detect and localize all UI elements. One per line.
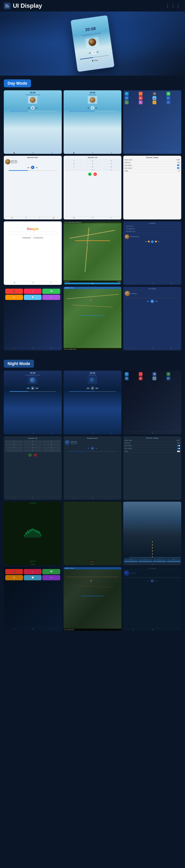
day-prev-2[interactable]: ⏮	[87, 107, 89, 109]
night-dial-star[interactable]: *	[5, 449, 23, 452]
app-extra[interactable]: +	[166, 100, 170, 104]
road-btn-5[interactable]: +	[124, 560, 138, 562]
night-np-prev[interactable]: ⏮	[147, 580, 149, 582]
night-dial-8[interactable]: 8	[24, 446, 42, 449]
night-cp-more[interactable]: +	[42, 575, 60, 580]
night-call-btn[interactable]: 📞	[28, 454, 32, 457]
road-btn-2[interactable]: ▲	[138, 558, 152, 560]
auto-connect-toggle[interactable]	[177, 167, 180, 169]
road-btn-4[interactable]: ▶	[167, 558, 181, 560]
social-ff[interactable]: ⏩	[155, 241, 157, 243]
night-play-2[interactable]: ⏸	[90, 386, 95, 390]
dial-star[interactable]: *	[65, 168, 83, 171]
day-play-1[interactable]: ▶	[31, 106, 34, 110]
hero-prev-icon[interactable]: ⏮	[89, 52, 91, 54]
night-dial-5[interactable]: 5	[24, 443, 42, 446]
night-cp-phone[interactable]: 📞	[5, 569, 23, 574]
dial-hash[interactable]: #	[102, 168, 120, 171]
power-toggle[interactable]	[177, 170, 180, 172]
app-radio[interactable]: 📻	[153, 100, 156, 104]
dial-8[interactable]: 8	[83, 165, 102, 168]
dial-7[interactable]: 7	[65, 165, 83, 168]
night-power-toggle[interactable]	[177, 451, 180, 452]
night-cp-messages[interactable]: 💬	[24, 575, 42, 580]
dial-3[interactable]: 3	[102, 159, 120, 162]
music-item-2[interactable]: ▷ 华东_双截棍.mp3	[125, 228, 180, 230]
dial-6[interactable]: 6	[102, 162, 120, 165]
app-youtube[interactable]: ▶	[139, 96, 142, 100]
music-item-1[interactable]: ▷ 华东_环球.mp3	[125, 225, 180, 228]
hero-play-button[interactable]: ⏸	[91, 50, 96, 55]
google-search-bar[interactable]	[8, 232, 58, 235]
day-next-1[interactable]: ⏭	[36, 107, 37, 109]
road-btn-6[interactable]: -	[138, 560, 152, 562]
map-go-btn[interactable]: GO	[64, 283, 121, 284]
night-prev-2[interactable]: ⏮	[86, 386, 89, 390]
road-btn-7[interactable]: ⚙	[153, 560, 166, 562]
social-rew[interactable]: ⏪	[148, 241, 150, 243]
bt-next-icon[interactable]: ⏭	[36, 166, 38, 168]
cp-phone[interactable]: 📞	[5, 289, 23, 294]
np-next[interactable]: ⏭	[156, 300, 158, 302]
night-auto-answer-toggle[interactable]	[177, 445, 180, 446]
cp-messages[interactable]: 💬	[24, 295, 42, 300]
nav-dots-icon[interactable]: ⋮⋮⋮	[165, 3, 181, 8]
night-app-5[interactable]: W	[125, 376, 129, 380]
cp-music2[interactable]: ♪	[24, 289, 42, 294]
social-prev[interactable]: ⏮	[145, 241, 147, 243]
night-app-1[interactable]: ✈	[125, 372, 129, 376]
night-play-1[interactable]: ▶	[31, 386, 34, 390]
google-lucky-btn[interactable]: I'm Feeling Lucky	[33, 237, 44, 239]
night-dial-7[interactable]: 7	[5, 446, 23, 449]
app-settings[interactable]: ⚙	[166, 92, 170, 96]
day-play-2[interactable]: ⏸	[90, 106, 95, 110]
app-telegram[interactable]: ✈	[125, 92, 129, 96]
np-play-btn[interactable]: ▶	[151, 300, 154, 303]
night-np-play-btn[interactable]: ▶	[151, 579, 154, 583]
night-dial-hash[interactable]: #	[42, 449, 60, 452]
night-bt-prev[interactable]: ⏮	[87, 447, 89, 449]
night-dial-3[interactable]: 3	[42, 440, 60, 443]
night-bt-play-btn[interactable]: ▶	[91, 446, 94, 450]
road-btn-3[interactable]: ▼	[153, 558, 166, 560]
night-app-bt[interactable]: BT	[166, 376, 170, 380]
day-prev-1[interactable]: ⏮	[28, 107, 30, 109]
night-next-2[interactable]: ⏭	[96, 386, 99, 390]
night-app-6[interactable]: ▶	[139, 376, 142, 380]
social-next[interactable]: ⏭	[158, 241, 160, 243]
night-dial-2[interactable]: 2	[24, 440, 42, 443]
night-cp-podcast[interactable]: 🎙	[5, 575, 23, 580]
night-auto-connect-toggle[interactable]	[177, 448, 180, 449]
app-waze[interactable]: W	[125, 96, 129, 100]
road-btn-8[interactable]: ↩	[167, 560, 181, 562]
night-app-4[interactable]: ⚙	[166, 372, 170, 376]
bt-play-btn[interactable]: ▶	[31, 166, 34, 169]
night-np-next[interactable]: ⏭	[156, 580, 158, 582]
cp-podcast2[interactable]: 🎙	[5, 295, 23, 300]
night-cp-music[interactable]: ♪	[24, 569, 42, 574]
app-bt[interactable]: BT	[166, 96, 170, 100]
cp-maps[interactable]: 🗺	[42, 289, 60, 294]
night-dial-0[interactable]: 0	[24, 449, 42, 452]
cp-more[interactable]: +	[42, 295, 60, 300]
night-next-1[interactable]: ⏭	[36, 386, 39, 390]
dial-2[interactable]: 2	[83, 159, 102, 162]
dial-1[interactable]: 1	[65, 159, 83, 162]
night-cp-maps[interactable]: 🗺	[42, 569, 60, 574]
night-app-2[interactable]: ♪	[139, 372, 142, 376]
night-dial-6[interactable]: 6	[42, 443, 60, 446]
np-prev[interactable]: ⏮	[147, 300, 149, 302]
call-btn[interactable]: 📞	[88, 173, 91, 176]
menu-button[interactable]	[4, 2, 10, 9]
app-carplay[interactable]: 🚗	[153, 96, 156, 100]
dial-4[interactable]: 4	[65, 162, 83, 165]
dial-5[interactable]: 5	[83, 162, 102, 165]
dial-0[interactable]: 0	[83, 168, 102, 171]
night-bt-next[interactable]: ⏭	[96, 447, 98, 449]
night-dial-1[interactable]: 1	[5, 440, 23, 443]
night-prev-1[interactable]: ⏮	[27, 386, 30, 390]
night-dial-9[interactable]: 9	[42, 446, 60, 449]
hero-next-icon[interactable]: ⏭	[97, 51, 99, 53]
app-maps[interactable]: 📍	[125, 100, 129, 104]
end-call-btn[interactable]: ✖	[94, 173, 97, 176]
